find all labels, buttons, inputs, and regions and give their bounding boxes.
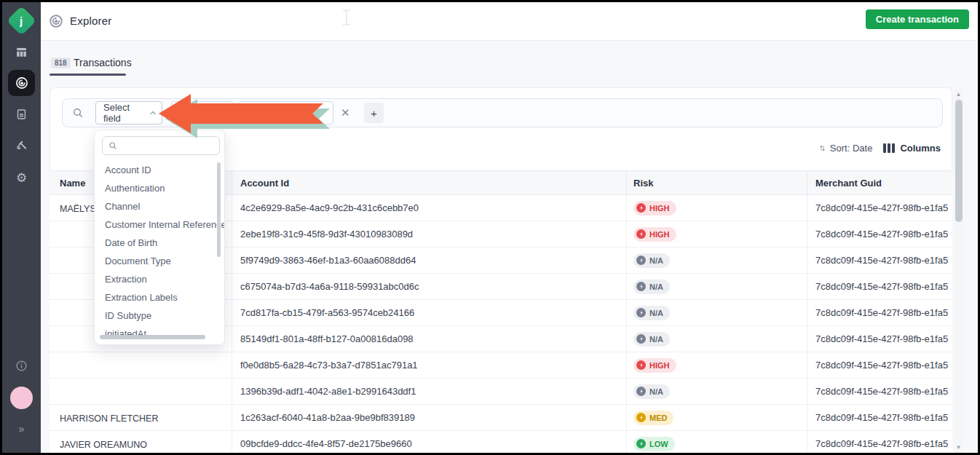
- search-icon: [72, 107, 84, 122]
- column-header-account-id[interactable]: Account Id: [232, 171, 626, 194]
- sidebar-item-explorer-active[interactable]: [8, 70, 35, 96]
- dashboard-columns-icon[interactable]: [2, 45, 41, 59]
- field-dropdown-item[interactable]: initiatedAt: [95, 325, 225, 343]
- settings-gear-icon[interactable]: ⚙: [2, 170, 41, 186]
- dropdown-horizontal-scrollbar[interactable]: [100, 335, 205, 339]
- risk-level-label: N/A: [649, 309, 663, 317]
- risk-level-label: LOW: [649, 440, 668, 448]
- brand-logo[interactable]: j: [7, 6, 36, 36]
- risk-bolt-icon: [636, 256, 646, 265]
- cell-name: MAËLYS: [60, 204, 96, 214]
- cell-merchant-guid: 7c8dc09f-415e-427f-98fb-e1fa5: [815, 333, 948, 344]
- tab-transactions[interactable]: Transactions: [74, 57, 132, 68]
- risk-bolt-icon: [636, 229, 646, 239]
- table-row[interactable]: f0e0d8b5-6a28-4c73-b3a7-d7851ac791a1 HIG…: [50, 352, 952, 379]
- select-field-label: Select field: [103, 102, 146, 124]
- documents-icon[interactable]: [2, 108, 41, 121]
- field-dropdown-item[interactable]: Document Type: [95, 252, 225, 270]
- cell-account-id: 09bcfde9-ddcc-4fe4-8f57-de2175be9660: [240, 438, 412, 449]
- cell-merchant-guid: 7c8dc09f-415e-427f-98fb-e1fa5: [815, 438, 948, 449]
- cell-merchant-guid: 7c8dc09f-415e-427f-98fb-e1fa5: [815, 412, 948, 423]
- risk-level-label: HIGH: [649, 361, 670, 370]
- scrollbar-down-arrow[interactable]: ▼: [954, 444, 963, 451]
- cell-merchant-guid: 7c8dc09f-415e-427f-98fb-e1fa5: [815, 281, 948, 292]
- risk-level-label: MED: [649, 414, 667, 422]
- dropdown-vertical-scrollbar[interactable]: [217, 162, 221, 257]
- cell-merchant-guid: 7c8dc09f-415e-427f-98fb-e1fa5: [815, 229, 948, 240]
- active-tab-underline: [50, 74, 126, 76]
- risk-badge: N/A: [633, 280, 670, 294]
- risk-bolt-icon: [636, 387, 646, 396]
- brand-logo-letter: j: [20, 15, 23, 27]
- field-dropdown-item[interactable]: Customer Internal Reference: [95, 215, 225, 234]
- field-dropdown-item[interactable]: ID Subtype: [95, 306, 225, 325]
- risk-badge: HIGH: [633, 201, 676, 215]
- cell-account-id: 7cd817fa-cb15-479f-a563-9574ceb24166: [240, 307, 414, 318]
- user-avatar[interactable]: [10, 387, 33, 409]
- risk-level-label: HIGH: [649, 204, 670, 213]
- sort-icon: ↑↓: [819, 143, 823, 153]
- transactions-count-badge: 818: [51, 58, 71, 68]
- cell-merchant-guid: 7c8dc09f-415e-427f-98fb-e1fa5: [815, 307, 948, 318]
- cell-account-id: c675074a-b7d3-4a6a-9118-59931abc0d6c: [240, 281, 419, 292]
- table-row[interactable]: JAVIER OREAMUNO 09bcfde9-ddcc-4fe4-8f57-…: [50, 431, 952, 453]
- cell-merchant-guid: 7c8dc09f-415e-427f-98fb-e1fa5: [815, 386, 948, 397]
- add-filter-button[interactable]: +: [364, 103, 384, 123]
- field-dropdown-list: Account IDAuthenticationChannelCustomer …: [95, 161, 225, 343]
- field-dropdown-item[interactable]: Channel: [95, 197, 225, 215]
- create-transaction-button[interactable]: Create transaction: [866, 9, 969, 29]
- risk-badge: HIGH: [633, 227, 676, 242]
- sidebar-collapse-button[interactable]: »: [2, 423, 41, 435]
- risk-bolt-icon: [636, 282, 646, 291]
- scrollbar-up-arrow[interactable]: ▲: [954, 91, 963, 98]
- risk-badge: LOW: [633, 437, 675, 451]
- dropdown-search-icon: [108, 141, 117, 150]
- risk-badge: N/A: [633, 306, 670, 320]
- scrollbar-thumb[interactable]: [955, 100, 963, 222]
- table-row[interactable]: HARRISON FLETCHER 1c263acf-6040-41a8-b2a…: [50, 405, 952, 431]
- column-header-merchant-guid[interactable]: Merchant Guid: [807, 171, 952, 194]
- risk-bolt-icon: [636, 308, 646, 317]
- explorer-spiral-icon: [15, 76, 29, 90]
- field-dropdown-item[interactable]: Date of Birth: [95, 234, 225, 252]
- columns-button[interactable]: Columns: [900, 143, 941, 154]
- cell-account-id: 2ebe19f8-31c9-45f8-9d3f-43010983089d: [240, 229, 413, 240]
- risk-badge: N/A: [633, 332, 670, 347]
- field-dropdown-item[interactable]: Extraction Labels: [95, 288, 225, 306]
- cell-account-id: 5f9749d9-3863-46ef-b1a3-60aa6088dd64: [240, 255, 416, 266]
- cell-account-id: 85149df1-801a-48ff-b127-0a00816da098: [240, 333, 414, 344]
- risk-bolt-icon: [636, 334, 646, 344]
- field-dropdown-item[interactable]: Account ID: [95, 161, 225, 179]
- risk-badge: N/A: [633, 253, 670, 268]
- annotation-arrow: [153, 86, 349, 144]
- gavel-icon[interactable]: [2, 139, 41, 152]
- risk-level-label: HIGH: [649, 230, 670, 239]
- risk-badge: N/A: [633, 384, 670, 399]
- field-dropdown-item[interactable]: Extraction: [95, 270, 225, 288]
- top-bar: Explorer Create transaction: [41, 2, 978, 41]
- risk-bolt-icon: [636, 360, 646, 370]
- risk-badge: HIGH: [633, 358, 676, 373]
- cell-merchant-guid: 7c8dc09f-415e-427f-98fb-e1fa5: [815, 360, 948, 371]
- risk-bolt-icon: [636, 203, 646, 213]
- columns-icon: [883, 143, 895, 153]
- field-dropdown-item[interactable]: Authentication: [95, 179, 225, 197]
- risk-bolt-icon: [636, 439, 646, 448]
- sort-button[interactable]: Sort: Date: [830, 143, 873, 154]
- risk-badge: MED: [633, 411, 673, 425]
- cell-account-id: 1c263acf-6040-41a8-b2aa-9be9bf839189: [240, 412, 415, 423]
- table-row[interactable]: 1396b39d-adf1-4042-a8e1-b2991643ddf1 N/A…: [50, 379, 952, 405]
- risk-level-label: N/A: [649, 387, 663, 396]
- column-header-risk[interactable]: Risk: [626, 171, 807, 194]
- main-vertical-scrollbar[interactable]: ▲ ▼: [954, 89, 963, 453]
- cell-account-id: f0e0d8b5-6a28-4c73-b3a7-d7851ac791a1: [240, 360, 418, 371]
- page-title: Explorer: [70, 15, 111, 27]
- cell-name: JAVIER OREAMUNO: [60, 440, 147, 450]
- risk-level-label: N/A: [649, 282, 663, 291]
- info-icon[interactable]: [2, 360, 41, 372]
- risk-bolt-icon: [636, 413, 646, 422]
- cell-name: HARRISON FLETCHER: [60, 414, 158, 424]
- cell-account-id: 4c2e6929-8a5e-4ac9-9c2b-431c6cebb7e0: [240, 202, 419, 213]
- risk-level-label: N/A: [649, 335, 663, 344]
- cell-account-id: 1396b39d-adf1-4042-a8e1-b2991643ddf1: [240, 386, 416, 397]
